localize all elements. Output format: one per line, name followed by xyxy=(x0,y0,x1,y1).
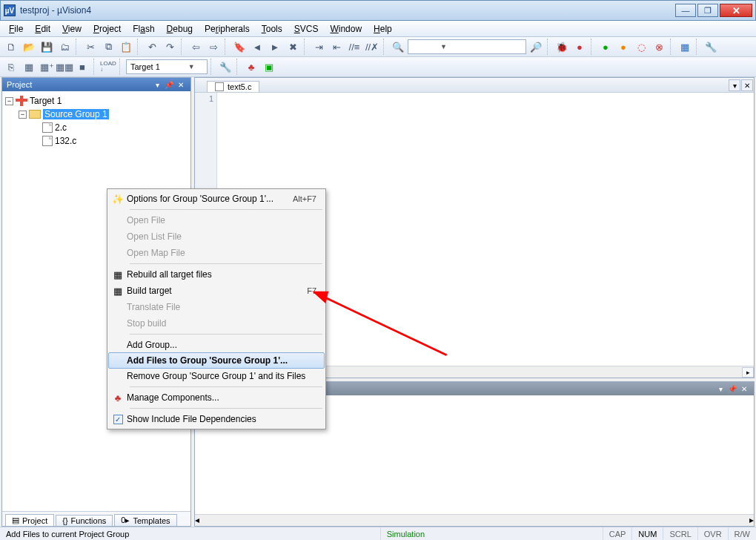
rebuild-icon[interactable]: ▦⁺ xyxy=(39,59,55,75)
ctx-add-group[interactable]: Add Group... xyxy=(109,337,324,353)
find-icon[interactable]: 🔎 xyxy=(528,39,544,55)
editor-dropdown-icon[interactable]: ▾ xyxy=(729,79,740,91)
project-icon: ▤ xyxy=(12,516,19,525)
project-pane-title-text: Project xyxy=(7,80,32,89)
ctx-add-files-to-group[interactable]: Add Files to Group 'Source Group 1'... xyxy=(108,352,325,369)
breakpoint-insert-icon[interactable]: ● xyxy=(571,39,588,55)
target-combo[interactable]: Target 1 ▼ xyxy=(126,59,208,74)
manage-components-icon[interactable]: ♣ xyxy=(243,59,259,75)
wand-icon: ✨ xyxy=(109,194,127,205)
save-all-icon[interactable]: 🗂 xyxy=(56,39,73,55)
download-icon[interactable]: LOAD↓ xyxy=(100,59,116,75)
target-icon xyxy=(16,96,27,106)
batch-build-icon[interactable]: ▦▦ xyxy=(56,59,73,75)
bookmark-next-icon[interactable]: ► xyxy=(267,39,283,55)
ctx-separator xyxy=(130,386,322,387)
ctx-build-target[interactable]: ▦ Build target F7 xyxy=(109,283,324,299)
pane-dropdown-icon[interactable]: ▾ xyxy=(152,79,162,90)
tree-target[interactable]: − Target 1 xyxy=(4,94,189,108)
configure-icon[interactable]: 🔧 xyxy=(703,39,719,55)
bookmark-clear-icon[interactable]: ✖ xyxy=(285,39,301,55)
bookmark-toggle-icon[interactable]: 🔖 xyxy=(231,39,248,55)
pane-close-icon[interactable]: ✕ xyxy=(739,383,749,394)
status-message: Add Files to current Project Group xyxy=(0,527,380,540)
outdent-icon[interactable]: ⇤ xyxy=(328,39,345,55)
project-tab-templates[interactable]: 0▸ Templates xyxy=(114,514,176,526)
indent-icon[interactable]: ⇥ xyxy=(311,39,327,55)
ctx-options-group[interactable]: ✨ Options for Group 'Source Group 1'... … xyxy=(109,191,324,207)
menu-flash[interactable]: Flash xyxy=(127,22,160,36)
undo-icon[interactable]: ↶ xyxy=(144,39,160,55)
project-pane-tabs: ▤ Project {} Functions 0▸ Templates xyxy=(2,511,190,526)
file-icon xyxy=(42,136,53,146)
menu-window[interactable]: Window xyxy=(324,22,368,36)
window-title: testproj - µVision4 xyxy=(20,5,91,16)
target-combo-value: Target 1 xyxy=(130,62,160,71)
checkbox-checked-icon: ✓ xyxy=(113,415,123,424)
cut-icon[interactable]: ✂ xyxy=(82,39,99,55)
build-icon[interactable]: ▦ xyxy=(21,59,37,75)
collapse-icon[interactable]: − xyxy=(19,111,27,119)
window-layout-icon[interactable]: ▦ xyxy=(677,39,693,55)
menu-svcs[interactable]: SVCS xyxy=(288,22,325,36)
scroll-right-icon[interactable]: ▸ xyxy=(749,515,754,526)
select-device-icon[interactable]: ▣ xyxy=(261,59,277,75)
line-number: 1 xyxy=(198,94,213,103)
find-combo[interactable]: ▼ xyxy=(408,39,526,54)
menu-peripherals[interactable]: Peripherals xyxy=(199,22,256,36)
menu-project[interactable]: Project xyxy=(87,22,127,36)
status-scrl: SCRL xyxy=(663,527,697,540)
ctx-remove-group[interactable]: Remove Group 'Source Group 1' and its Fi… xyxy=(109,368,324,384)
ctx-rebuild[interactable]: ▦ Rebuild all target files xyxy=(109,266,324,283)
nav-back-icon[interactable]: ⇦ xyxy=(188,39,204,55)
tree-file-label: 132.c xyxy=(55,136,76,146)
redo-icon[interactable]: ↷ xyxy=(162,39,178,55)
tree-file[interactable]: 132.c xyxy=(4,134,189,148)
new-file-icon[interactable]: 🗋 xyxy=(3,39,19,55)
project-tab-project[interactable]: ▤ Project xyxy=(5,514,54,526)
copy-icon[interactable]: ⧉ xyxy=(100,39,116,55)
breakpoint-enable-icon[interactable]: ● xyxy=(597,39,614,55)
breakpoint-disable-icon[interactable]: ● xyxy=(615,39,631,55)
pane-dropdown-icon[interactable]: ▾ xyxy=(715,383,726,394)
functions-icon: {} xyxy=(62,516,67,525)
menu-file[interactable]: File xyxy=(3,22,29,36)
pane-pin-icon[interactable]: 📌 xyxy=(727,383,737,394)
target-options-icon[interactable]: 🔧 xyxy=(217,59,233,75)
bookmark-prev-icon[interactable]: ◄ xyxy=(249,39,265,55)
maximize-button[interactable]: ❐ xyxy=(697,4,718,17)
translate-icon[interactable]: ⎘ xyxy=(3,59,19,75)
breakpoint-kill-icon[interactable]: ◌ xyxy=(633,39,649,55)
comment-icon[interactable]: //≡ xyxy=(346,39,362,55)
menu-help[interactable]: Help xyxy=(368,22,398,36)
menu-bar: File Edit View Project Flash Debug Perip… xyxy=(0,21,756,37)
menu-debug[interactable]: Debug xyxy=(161,22,199,36)
build-hscroll[interactable]: ◂ ▸ xyxy=(195,514,754,526)
paste-icon[interactable]: 📋 xyxy=(118,39,134,55)
tree-group[interactable]: − Source Group 1 xyxy=(4,108,189,121)
scroll-right-icon[interactable]: ▸ xyxy=(742,367,754,378)
close-button[interactable]: ✕ xyxy=(720,4,752,17)
menu-view[interactable]: View xyxy=(56,22,87,36)
stop-build-icon[interactable]: ■ xyxy=(74,59,90,75)
menu-tools[interactable]: Tools xyxy=(256,22,288,36)
minimize-button[interactable]: — xyxy=(675,4,696,17)
save-icon[interactable]: 💾 xyxy=(39,39,55,55)
find-in-files-icon[interactable]: 🔍 xyxy=(390,39,406,55)
menu-edit[interactable]: Edit xyxy=(29,22,56,36)
project-tab-functions[interactable]: {} Functions xyxy=(56,515,113,526)
breakpoint-kill-all-icon[interactable]: ⊗ xyxy=(651,39,667,55)
ctx-show-include-deps[interactable]: ✓ Show Include File Dependencies xyxy=(109,411,324,427)
editor-close-icon[interactable]: ✕ xyxy=(741,79,753,91)
pane-close-icon[interactable]: ✕ xyxy=(176,79,186,90)
tree-file[interactable]: 2.c xyxy=(4,121,189,134)
uncomment-icon[interactable]: //✗ xyxy=(364,39,380,55)
nav-fwd-icon[interactable]: ⇨ xyxy=(205,39,222,55)
debug-icon[interactable]: 🐞 xyxy=(554,39,570,55)
ctx-manage-components[interactable]: ♣ Manage Components... xyxy=(109,389,324,406)
open-file-icon[interactable]: 📂 xyxy=(21,39,37,55)
editor-tabs: text5.c ▾ ✕ xyxy=(195,78,754,93)
editor-tab[interactable]: text5.c xyxy=(207,81,259,92)
collapse-icon[interactable]: − xyxy=(5,97,13,105)
pane-pin-icon[interactable]: 📌 xyxy=(164,79,174,90)
